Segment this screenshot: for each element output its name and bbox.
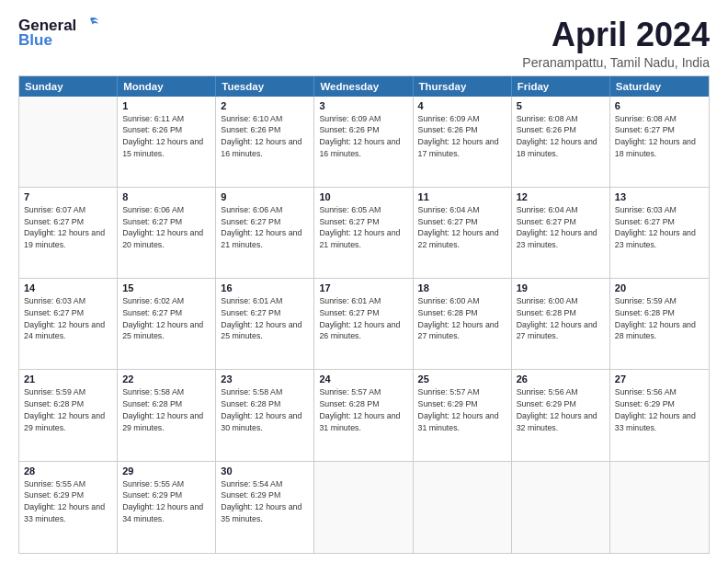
day-number: 5 xyxy=(517,100,605,111)
calendar-cell: 24 Sunrise: 5:57 AMSunset: 6:28 PMDaylig… xyxy=(314,370,413,460)
day-number: 11 xyxy=(418,191,506,202)
calendar-cell: 25 Sunrise: 5:57 AMSunset: 6:29 PMDaylig… xyxy=(414,370,512,460)
logo-blue-text: Blue xyxy=(18,31,52,50)
day-number: 9 xyxy=(221,191,309,202)
calendar-cell: 9 Sunrise: 6:06 AMSunset: 6:27 PMDayligh… xyxy=(216,188,314,278)
day-info: Sunrise: 5:55 AMSunset: 6:29 PMDaylight:… xyxy=(122,478,210,525)
day-number: 22 xyxy=(122,373,210,385)
calendar-cell: 23 Sunrise: 5:58 AMSunset: 6:28 PMDaylig… xyxy=(216,370,314,460)
calendar-cell: 12 Sunrise: 6:04 AMSunset: 6:27 PMDaylig… xyxy=(512,188,610,278)
day-info: Sunrise: 5:57 AMSunset: 6:28 PMDaylight:… xyxy=(319,386,407,433)
day-info: Sunrise: 5:59 AMSunset: 6:28 PMDaylight:… xyxy=(24,386,112,433)
calendar-cell: 1 Sunrise: 6:11 AMSunset: 6:26 PMDayligh… xyxy=(118,97,216,187)
day-info: Sunrise: 5:57 AMSunset: 6:29 PMDaylight:… xyxy=(418,386,506,433)
calendar-cell: 13 Sunrise: 6:03 AMSunset: 6:27 PMDaylig… xyxy=(610,188,709,278)
header-saturday: Saturday xyxy=(610,76,709,97)
calendar-cell: 11 Sunrise: 6:04 AMSunset: 6:27 PMDaylig… xyxy=(414,188,512,278)
calendar-cell: 19 Sunrise: 6:00 AMSunset: 6:28 PMDaylig… xyxy=(512,279,610,369)
day-info: Sunrise: 6:06 AMSunset: 6:27 PMDaylight:… xyxy=(221,204,309,251)
calendar-cell xyxy=(512,462,610,553)
day-number: 17 xyxy=(319,282,407,293)
day-info: Sunrise: 5:56 AMSunset: 6:29 PMDaylight:… xyxy=(517,386,605,433)
calendar: Sunday Monday Tuesday Wednesday Thursday… xyxy=(18,75,710,554)
day-info: Sunrise: 6:00 AMSunset: 6:28 PMDaylight:… xyxy=(517,295,605,342)
day-info: Sunrise: 6:08 AMSunset: 6:27 PMDaylight:… xyxy=(615,113,704,160)
week-4: 21 Sunrise: 5:59 AMSunset: 6:28 PMDaylig… xyxy=(19,370,709,461)
main-title: April 2024 xyxy=(522,17,710,53)
logo-bird-icon xyxy=(80,15,100,35)
header-friday: Friday xyxy=(512,76,610,97)
day-number: 29 xyxy=(122,465,210,477)
header-sunday: Sunday xyxy=(19,76,118,97)
location-subtitle: Peranampattu, Tamil Nadu, India xyxy=(522,55,710,70)
page: General Blue April 2024 Peranampattu, Ta… xyxy=(0,0,728,563)
title-block: April 2024 Peranampattu, Tamil Nadu, Ind… xyxy=(522,17,710,70)
week-2: 7 Sunrise: 6:07 AMSunset: 6:27 PMDayligh… xyxy=(19,188,709,279)
day-info: Sunrise: 5:56 AMSunset: 6:29 PMDaylight:… xyxy=(615,386,704,433)
calendar-cell: 17 Sunrise: 6:01 AMSunset: 6:27 PMDaylig… xyxy=(314,279,413,369)
day-info: Sunrise: 6:01 AMSunset: 6:27 PMDaylight:… xyxy=(221,295,309,342)
day-number: 18 xyxy=(418,282,506,293)
day-info: Sunrise: 6:09 AMSunset: 6:26 PMDaylight:… xyxy=(319,113,407,160)
calendar-cell: 28 Sunrise: 5:55 AMSunset: 6:29 PMDaylig… xyxy=(19,462,118,553)
calendar-cell: 20 Sunrise: 5:59 AMSunset: 6:28 PMDaylig… xyxy=(610,279,709,369)
day-info: Sunrise: 6:07 AMSunset: 6:27 PMDaylight:… xyxy=(24,204,112,251)
week-5: 28 Sunrise: 5:55 AMSunset: 6:29 PMDaylig… xyxy=(19,462,709,553)
day-number: 20 xyxy=(615,282,704,293)
calendar-cell: 2 Sunrise: 6:10 AMSunset: 6:26 PMDayligh… xyxy=(216,97,314,187)
header-tuesday: Tuesday xyxy=(216,76,314,97)
week-3: 14 Sunrise: 6:03 AMSunset: 6:27 PMDaylig… xyxy=(19,279,709,370)
calendar-cell: 29 Sunrise: 5:55 AMSunset: 6:29 PMDaylig… xyxy=(118,462,216,553)
day-number: 12 xyxy=(517,191,605,202)
calendar-cell: 15 Sunrise: 6:02 AMSunset: 6:27 PMDaylig… xyxy=(118,279,216,369)
day-info: Sunrise: 6:00 AMSunset: 6:28 PMDaylight:… xyxy=(418,295,506,342)
day-number: 28 xyxy=(24,465,112,477)
day-info: Sunrise: 6:11 AMSunset: 6:26 PMDaylight:… xyxy=(122,113,210,160)
calendar-cell: 8 Sunrise: 6:06 AMSunset: 6:27 PMDayligh… xyxy=(118,188,216,278)
day-info: Sunrise: 5:55 AMSunset: 6:29 PMDaylight:… xyxy=(24,478,112,525)
day-number: 1 xyxy=(122,100,210,111)
day-info: Sunrise: 5:54 AMSunset: 6:29 PMDaylight:… xyxy=(221,478,309,525)
day-info: Sunrise: 6:03 AMSunset: 6:27 PMDaylight:… xyxy=(24,295,112,342)
day-number: 13 xyxy=(615,191,704,202)
day-number: 26 xyxy=(517,373,605,385)
day-number: 19 xyxy=(517,282,605,293)
day-number: 2 xyxy=(221,100,309,111)
calendar-cell: 30 Sunrise: 5:54 AMSunset: 6:29 PMDaylig… xyxy=(216,462,314,553)
calendar-cell: 14 Sunrise: 6:03 AMSunset: 6:27 PMDaylig… xyxy=(19,279,118,369)
day-number: 3 xyxy=(319,100,407,111)
day-number: 8 xyxy=(122,191,210,202)
day-number: 15 xyxy=(122,282,210,293)
day-info: Sunrise: 6:01 AMSunset: 6:27 PMDaylight:… xyxy=(319,295,407,342)
calendar-cell xyxy=(19,97,118,187)
day-number: 30 xyxy=(221,465,309,477)
day-info: Sunrise: 6:05 AMSunset: 6:27 PMDaylight:… xyxy=(319,204,407,251)
calendar-cell: 26 Sunrise: 5:56 AMSunset: 6:29 PMDaylig… xyxy=(512,370,610,460)
day-info: Sunrise: 6:10 AMSunset: 6:26 PMDaylight:… xyxy=(221,113,309,160)
day-number: 24 xyxy=(319,373,407,385)
header-thursday: Thursday xyxy=(414,76,512,97)
day-info: Sunrise: 6:08 AMSunset: 6:26 PMDaylight:… xyxy=(517,113,605,160)
calendar-cell xyxy=(414,462,512,553)
day-number: 4 xyxy=(418,100,506,111)
day-info: Sunrise: 6:04 AMSunset: 6:27 PMDaylight:… xyxy=(418,204,506,251)
day-number: 21 xyxy=(24,373,112,385)
day-info: Sunrise: 5:59 AMSunset: 6:28 PMDaylight:… xyxy=(615,295,704,342)
day-number: 23 xyxy=(221,373,309,385)
calendar-cell: 4 Sunrise: 6:09 AMSunset: 6:26 PMDayligh… xyxy=(414,97,512,187)
day-info: Sunrise: 6:03 AMSunset: 6:27 PMDaylight:… xyxy=(615,204,704,251)
day-number: 10 xyxy=(319,191,407,202)
day-info: Sunrise: 5:58 AMSunset: 6:28 PMDaylight:… xyxy=(122,386,210,433)
calendar-cell: 6 Sunrise: 6:08 AMSunset: 6:27 PMDayligh… xyxy=(610,97,709,187)
day-info: Sunrise: 6:06 AMSunset: 6:27 PMDaylight:… xyxy=(122,204,210,251)
day-number: 27 xyxy=(615,373,704,385)
calendar-cell xyxy=(610,462,709,553)
day-number: 25 xyxy=(418,373,506,385)
calendar-cell: 18 Sunrise: 6:00 AMSunset: 6:28 PMDaylig… xyxy=(414,279,512,369)
day-number: 14 xyxy=(24,282,112,293)
day-info: Sunrise: 6:09 AMSunset: 6:26 PMDaylight:… xyxy=(418,113,506,160)
day-info: Sunrise: 6:04 AMSunset: 6:27 PMDaylight:… xyxy=(517,204,605,251)
calendar-cell: 7 Sunrise: 6:07 AMSunset: 6:27 PMDayligh… xyxy=(19,188,118,278)
day-info: Sunrise: 5:58 AMSunset: 6:28 PMDaylight:… xyxy=(221,386,309,433)
calendar-cell: 16 Sunrise: 6:01 AMSunset: 6:27 PMDaylig… xyxy=(216,279,314,369)
